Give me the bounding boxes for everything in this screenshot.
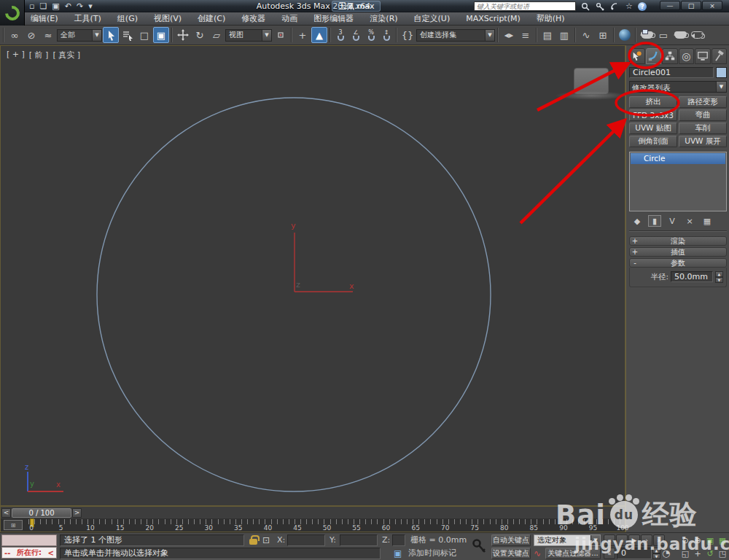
- viewport-view-label[interactable]: [ 前 ]: [29, 50, 49, 61]
- go-to-end-button[interactable]: »: [653, 534, 665, 546]
- make-unique-icon[interactable]: V: [666, 215, 679, 227]
- set-key-button[interactable]: 设置关键点: [491, 548, 531, 559]
- configure-modifier-sets-icon[interactable]: ▦: [701, 215, 714, 227]
- time-slider-handle[interactable]: 0 / 100: [12, 508, 71, 518]
- rollout-interpolation[interactable]: + 插值: [629, 247, 727, 257]
- render-setup-icon[interactable]: [639, 27, 655, 43]
- select-and-manipulate-icon[interactable]: +: [295, 27, 311, 43]
- selection-filter-dropdown[interactable]: 全部 ▼: [57, 29, 102, 42]
- modifier-list-dropdown[interactable]: 修改器列表 ▼: [629, 81, 727, 93]
- layer-manager-icon[interactable]: ▤: [539, 27, 555, 43]
- render-iterative-icon[interactable]: [689, 27, 705, 43]
- toolbar-overflow-icon[interactable]: ▾: [88, 1, 93, 11]
- maxscript-listener-line[interactable]: -- 所在行: <: [1, 547, 57, 559]
- reference-coordinate-system-dropdown[interactable]: 视图 ▼: [225, 29, 272, 42]
- tab-modify[interactable]: [646, 48, 662, 64]
- schematic-view-icon[interactable]: ⊞: [595, 27, 611, 43]
- new-scene-icon[interactable]: ▫: [29, 1, 34, 11]
- next-frame-button[interactable]: ›: [641, 534, 652, 546]
- tab-create[interactable]: [629, 48, 645, 64]
- maximize-button[interactable]: □: [681, 1, 701, 10]
- select-and-rotate-icon[interactable]: ↻: [192, 27, 208, 43]
- show-end-result-icon[interactable]: ▮: [648, 215, 661, 227]
- spinner-snap-toggle-icon[interactable]: ↕: [379, 27, 394, 43]
- redo-icon[interactable]: ↷: [77, 1, 83, 11]
- use-pivot-point-center-icon[interactable]: [273, 27, 289, 43]
- rectangular-selection-region-icon[interactable]: □: [136, 27, 152, 43]
- y-coordinate-field[interactable]: [340, 534, 378, 546]
- zoom-extents-all-icon[interactable]: ▦: [717, 534, 728, 546]
- curve-editor-icon[interactable]: ∿: [578, 27, 594, 43]
- modifier-button-ffd-3x3x3[interactable]: FFD 3x3x3: [629, 109, 677, 121]
- rollout-parameters[interactable]: - 参数: [629, 258, 727, 268]
- zoom-extents-icon[interactable]: ▣: [704, 534, 716, 546]
- maximize-viewport-toggle-icon[interactable]: ◳: [717, 548, 728, 559]
- select-and-scale-icon[interactable]: ▱: [208, 27, 225, 43]
- help-icon[interactable]: ?: [638, 2, 647, 11]
- previous-frame-button[interactable]: <: [1, 508, 11, 518]
- menu-animation[interactable]: 动画: [281, 13, 297, 24]
- tab-hierarchy[interactable]: [662, 48, 678, 64]
- percent-snap-toggle-icon[interactable]: %: [364, 27, 378, 43]
- zoom-all-icon[interactable]: ⊕: [692, 534, 703, 546]
- isolate-selection-icon[interactable]: ▣: [394, 548, 402, 559]
- subscription-key-icon[interactable]: [594, 1, 606, 11]
- viewport-front[interactable]: [ + ] [ 前 ] [ 真实 ] y x z z x y: [0, 45, 625, 506]
- selection-mode-dropdown[interactable]: 选定对象 ▼: [534, 534, 601, 546]
- modifier-button-lathe[interactable]: 车削: [679, 122, 727, 134]
- menu-modifiers[interactable]: 修改器: [241, 13, 265, 24]
- save-file-icon[interactable]: ▣: [52, 1, 59, 11]
- rollout-rendering[interactable]: + 渲染: [629, 236, 727, 246]
- radius-value-field[interactable]: 50.0mm: [671, 271, 713, 282]
- select-object-icon[interactable]: [103, 27, 119, 43]
- snaps-toggle-icon[interactable]: 3: [333, 27, 348, 43]
- absolute-offset-mode-icon[interactable]: ⊡: [262, 534, 270, 546]
- modifier-button-path-deform[interactable]: 路径变形: [679, 96, 727, 108]
- menu-tools[interactable]: 工具(T): [74, 13, 101, 24]
- menu-help[interactable]: 帮助(H): [537, 13, 565, 24]
- maxscript-mini-listener[interactable]: [1, 534, 57, 546]
- menu-group[interactable]: 组(G): [117, 13, 138, 24]
- modifier-button-bevel-profile[interactable]: 倒角剖面: [629, 136, 677, 147]
- tab-utilities[interactable]: [712, 48, 728, 64]
- stack-item-circle[interactable]: Circle: [631, 153, 725, 164]
- orbit-icon[interactable]: ↺: [704, 548, 716, 559]
- key-filters-button[interactable]: 关键点过滤器...: [545, 548, 601, 559]
- selection-lock-icon[interactable]: [249, 539, 257, 545]
- help-search-box[interactable]: [474, 1, 576, 11]
- play-button[interactable]: ▶: [628, 534, 640, 546]
- graphite-modeling-tools-icon[interactable]: ▥: [556, 27, 572, 43]
- search-icon[interactable]: [580, 1, 591, 11]
- menu-create[interactable]: 创建(C): [198, 13, 225, 24]
- open-mini-curve-editor-icon[interactable]: ⊞: [4, 520, 23, 530]
- rendered-frame-window-icon[interactable]: ▭: [655, 27, 671, 43]
- tab-display[interactable]: [695, 48, 711, 64]
- window-crossing-toggle-icon[interactable]: ▣: [153, 27, 169, 43]
- tab-motion[interactable]: ◎: [679, 48, 695, 64]
- bind-to-space-warp-icon[interactable]: ≈: [40, 27, 56, 43]
- object-name-field[interactable]: Circle001: [629, 67, 714, 78]
- material-editor-icon[interactable]: [617, 27, 633, 43]
- frame-spinner[interactable]: ▲▼: [652, 548, 660, 559]
- close-button[interactable]: ×: [702, 1, 722, 10]
- undo-icon[interactable]: ↶: [65, 1, 71, 11]
- zoom-icon[interactable]: ⊙: [679, 534, 691, 546]
- unlink-selection-icon[interactable]: ⊘: [23, 27, 39, 43]
- current-frame-field[interactable]: 0: [617, 548, 652, 559]
- modifier-button-bend[interactable]: 弯曲: [679, 109, 727, 121]
- pin-stack-icon[interactable]: ◆: [631, 215, 644, 227]
- viewport-shading-label[interactable]: [ 真实 ]: [52, 50, 80, 61]
- modifier-stack[interactable]: Circle: [629, 152, 727, 211]
- modifier-button-uvw-unwrap[interactable]: UVW 展开: [679, 136, 727, 147]
- modifier-button-uvw-map[interactable]: UVW 贴图: [629, 122, 677, 134]
- select-and-link-icon[interactable]: ∞: [7, 27, 23, 43]
- trackbar[interactable]: ⊞ 05101520253035404550556065707580859095…: [0, 518, 625, 532]
- minimize-button[interactable]: —: [660, 1, 680, 10]
- radius-spinner[interactable]: ▲▼: [715, 271, 723, 282]
- select-by-name-icon[interactable]: [120, 27, 136, 43]
- previous-frame-button[interactable]: ‹: [616, 534, 628, 546]
- menu-customize[interactable]: 自定义(U): [414, 13, 451, 24]
- viewport-menu-label[interactable]: [ + ]: [7, 50, 25, 61]
- zoom-region-icon[interactable]: ◱: [679, 548, 691, 559]
- set-keys-big-key-icon[interactable]: [471, 535, 488, 558]
